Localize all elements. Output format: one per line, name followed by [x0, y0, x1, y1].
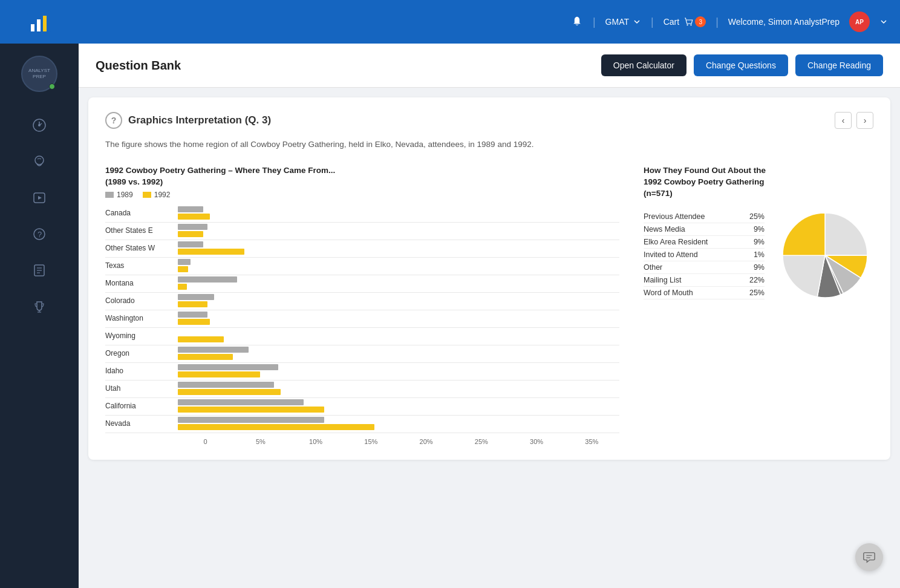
change-reading-button[interactable]: Change Reading: [795, 54, 883, 76]
pie-legend-label: Other: [644, 263, 743, 272]
bar-1992: [178, 214, 210, 220]
x-label-35: 35%: [564, 438, 619, 445]
bar-1992: [178, 249, 244, 255]
sidebar: ANALYSTPREP: [0, 0, 79, 588]
bar-1989: [178, 382, 274, 388]
bar-label: Texas: [105, 261, 178, 270]
bars-group: [178, 364, 278, 377]
bar-label: Montana: [105, 279, 178, 287]
user-dropdown[interactable]: [879, 18, 888, 26]
bar-1992: [178, 389, 281, 395]
sidebar-item-trophy[interactable]: [24, 292, 54, 322]
question-description: The figure shows the home region of all …: [105, 139, 873, 151]
pie-slice: [783, 255, 825, 297]
prev-question-button[interactable]: ‹: [835, 112, 852, 129]
svg-text:?: ?: [38, 230, 42, 239]
divider-2: |: [651, 16, 654, 28]
chart-icon: [32, 118, 47, 132]
bar-1992: [178, 301, 207, 307]
bar-1992: [178, 266, 188, 272]
bar-chart-section: 1992 Cowboy Poetry Gathering – Where The…: [105, 165, 619, 445]
legend-1992-label: 1992: [154, 191, 171, 199]
pie-legend: Previous Attendee25%News Media9%Elko Are…: [644, 211, 765, 299]
svg-point-5: [38, 124, 41, 126]
bar-1989: [178, 417, 324, 423]
bars-group: [178, 382, 281, 395]
pie-legend-pct: 9%: [743, 225, 765, 234]
bar-row: Idaho: [105, 364, 619, 381]
pie-legend-label: Elko Area Resident: [644, 238, 743, 246]
bar-1989: [178, 224, 207, 230]
header-actions: Open Calculator Change Questions Change …: [601, 54, 883, 76]
cart[interactable]: Cart 3: [664, 16, 706, 27]
bars-group: [178, 224, 207, 237]
bar-row: Other States E: [105, 224, 619, 240]
pie-legend-row: Mailing List22%: [644, 274, 765, 287]
next-question-button[interactable]: ›: [856, 112, 873, 129]
help-icon: ?: [32, 227, 47, 241]
avatar[interactable]: ANALYSTPREP: [21, 56, 57, 92]
pie-legend-row: Previous Attendee25%: [644, 211, 765, 223]
chat-button[interactable]: [855, 543, 883, 571]
x-label-15: 15%: [344, 438, 399, 445]
bar-row: Other States W: [105, 241, 619, 258]
svg-point-17: [687, 24, 688, 25]
pie-legend-row: Word of Mouth25%: [644, 287, 765, 299]
sidebar-item-book[interactable]: [24, 255, 54, 286]
sidebar-item-video[interactable]: [24, 183, 54, 213]
bar-label: Utah: [105, 384, 178, 393]
bar-1992: [178, 407, 324, 413]
pie-legend-label: Word of Mouth: [644, 289, 743, 297]
pie-legend-label: Invited to Attend: [644, 250, 743, 259]
chevron-down-icon: [633, 18, 641, 26]
svg-point-6: [35, 156, 44, 165]
sidebar-nav: ?: [0, 110, 79, 322]
pie-chart-visual: [777, 207, 873, 304]
bars-group: [178, 417, 374, 430]
svg-rect-1: [31, 24, 34, 31]
bar-row: Colorado: [105, 294, 619, 310]
bars-group: [178, 294, 214, 307]
bar-1989: [178, 259, 191, 265]
user-chevron-icon: [879, 18, 888, 26]
question-help-button[interactable]: ?: [105, 112, 122, 129]
bar-row: Canada: [105, 206, 619, 223]
bar-row: California: [105, 399, 619, 416]
main-area: | GMAT | Cart 3 | Welcome, Simon Analyst…: [79, 0, 900, 588]
user-avatar[interactable]: AP: [849, 11, 870, 32]
bar-row: Wyoming: [105, 329, 619, 345]
cart-icon: [683, 16, 694, 27]
svg-rect-2: [37, 19, 41, 31]
bar-label: Wyoming: [105, 332, 178, 340]
sidebar-item-help[interactable]: ?: [24, 219, 54, 249]
pie-legend-pct: 25%: [743, 212, 765, 221]
x-label-0: 0: [178, 438, 233, 445]
bars-group: [178, 241, 244, 255]
notification-bell[interactable]: [571, 16, 583, 28]
pie-legend-pct: 9%: [743, 263, 765, 272]
bar-1989: [178, 276, 237, 283]
question-type-label: Graphics Interpretation (Q. 3): [128, 114, 271, 126]
svg-marker-8: [38, 196, 42, 200]
open-calculator-button[interactable]: Open Calculator: [601, 54, 686, 76]
x-label-10: 10%: [289, 438, 344, 445]
question-header: ? Graphics Interpretation (Q. 3) ‹ ›: [105, 112, 873, 129]
pie-legend-row: Elko Area Resident9%: [644, 236, 765, 249]
user-welcome: Welcome, Simon AnalystPrep: [728, 17, 840, 27]
legend-1989-box: [105, 192, 114, 198]
bar-1992: [178, 336, 224, 342]
svg-rect-3: [43, 16, 47, 31]
sidebar-item-dashboard[interactable]: [24, 110, 54, 140]
change-questions-button[interactable]: Change Questions: [694, 54, 788, 76]
pie-legend-pct: 25%: [743, 289, 765, 297]
bell-icon: [571, 16, 583, 28]
sidebar-item-brain[interactable]: [24, 146, 54, 177]
bar-1992: [178, 424, 374, 430]
divider-3: |: [716, 16, 719, 28]
question-bank-header: Question Bank Open Calculator Change Que…: [79, 44, 900, 88]
bar-label: Oregon: [105, 349, 178, 358]
bar-chart-rows: Canada Other States E Other States W Tex…: [105, 206, 619, 433]
exam-selector[interactable]: GMAT: [605, 17, 641, 27]
chat-icon: [862, 550, 876, 564]
charts-container: 1992 Cowboy Poetry Gathering – Where The…: [105, 165, 873, 445]
